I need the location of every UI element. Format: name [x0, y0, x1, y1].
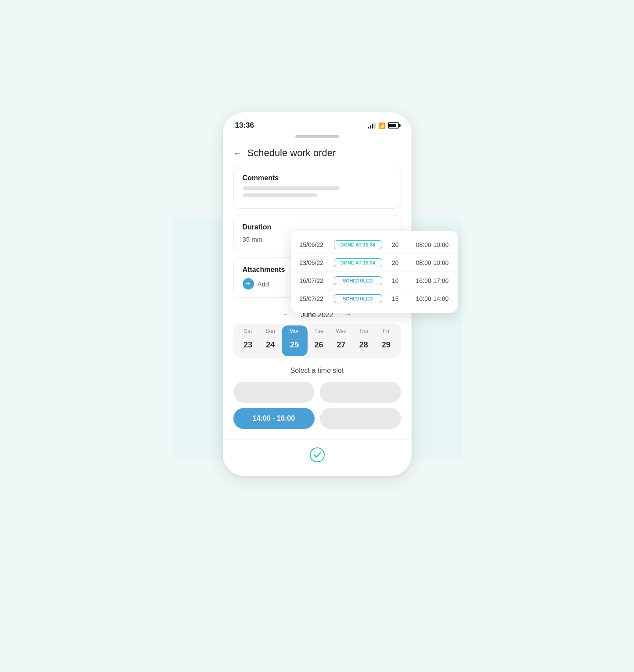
- popup-num-3: 10: [387, 277, 399, 284]
- day-wed[interactable]: Wed 27: [330, 328, 352, 354]
- status-badge-2: DONE AT 15:34: [334, 258, 382, 267]
- day-num-thu: 28: [355, 336, 373, 354]
- add-label: Add: [258, 280, 269, 288]
- status-icons: 📶: [368, 122, 399, 129]
- popup-time-2: 08:00-10:00: [403, 259, 449, 266]
- popup-row-4: 25/07/22 SCHEDULED 15 10:00-14:00: [291, 290, 458, 307]
- status-badge-1: DONE AT 15:34: [334, 240, 382, 249]
- popup-time-1: 08:00-10:00: [403, 241, 449, 248]
- day-sat[interactable]: Sat 23: [237, 328, 259, 354]
- day-thu[interactable]: Thu 28: [352, 328, 375, 354]
- wifi-icon: 📶: [378, 122, 385, 129]
- popup-time-3: 16:00-17:00: [403, 277, 449, 284]
- day-num-wed: 27: [333, 336, 350, 354]
- day-name-fri: Fri: [383, 328, 389, 334]
- calendar-days-row: Sat 23 Sun 24 Mon 25 Tue 26 Wed 27: [233, 324, 401, 358]
- day-name-wed: Wed: [336, 328, 346, 334]
- bg-decoration-left: [172, 218, 225, 459]
- day-num-sat: 23: [239, 336, 257, 354]
- comments-title: Comments: [243, 174, 392, 182]
- popup-row-3: 16/07/22 SCHEDULED 10 16:00-17:00: [291, 272, 458, 290]
- day-num-fri: 29: [377, 336, 395, 354]
- day-name-thu: Thu: [359, 328, 368, 334]
- scene: 13:36 📶 ← Schedule work order: [172, 95, 462, 577]
- popup-row-1: 15/06/22 DONE AT 15:34 20 08:00-10:00: [291, 236, 458, 254]
- popup-num-4: 15: [387, 295, 399, 302]
- confirm-icon[interactable]: [309, 447, 325, 463]
- comments-line-2: [243, 193, 317, 197]
- comments-line-1: [243, 186, 340, 190]
- calendar-prev-button[interactable]: ←: [282, 310, 290, 319]
- popup-num-1: 20: [387, 241, 399, 248]
- day-num-mon: 25: [286, 336, 303, 354]
- day-num-sun: 24: [261, 336, 279, 354]
- add-circle-icon: +: [243, 278, 254, 290]
- comments-card: Comments: [233, 166, 401, 209]
- popup-row-2: 23/06/22 DONE AT 15:34 20 08:00-10:00: [291, 254, 458, 272]
- day-name-tue: Tue: [314, 328, 323, 334]
- day-name-sun: Sun: [266, 328, 275, 334]
- page-title: Schedule work order: [247, 147, 336, 159]
- dynamic-island: [295, 135, 339, 138]
- day-name-sat: Sat: [244, 328, 252, 334]
- popup-date-1: 15/06/22: [300, 241, 330, 248]
- day-sun[interactable]: Sun 24: [259, 328, 282, 354]
- status-bar: 13:36 📶: [223, 112, 412, 135]
- popup-date-3: 16/07/22: [300, 277, 330, 284]
- bottom-bar: [223, 440, 412, 463]
- day-name-mon: Mon: [290, 328, 300, 334]
- calendar-section: ← June 2022 → Sat 23 Sun 24 Mon 25: [223, 304, 412, 429]
- svg-point-0: [310, 448, 324, 462]
- timeslot-2[interactable]: [320, 382, 401, 403]
- day-num-tue: 26: [310, 336, 327, 354]
- signal-icon: [368, 122, 376, 129]
- timeslot-1[interactable]: [233, 382, 315, 403]
- day-mon[interactable]: Mon 25: [282, 325, 308, 356]
- status-badge-3: SCHEDULED: [334, 276, 382, 285]
- duration-title: Duration: [243, 223, 392, 231]
- popup-card: 15/06/22 DONE AT 15:34 20 08:00-10:00 23…: [291, 231, 458, 313]
- status-time: 13:36: [235, 121, 254, 130]
- day-tue[interactable]: Tue 26: [308, 328, 330, 354]
- popup-date-4: 25/07/22: [300, 295, 330, 302]
- battery-icon: [388, 122, 399, 129]
- popup-num-2: 20: [387, 259, 399, 266]
- timeslot-label: Select a time slot: [233, 367, 401, 375]
- back-button[interactable]: ←: [233, 148, 242, 158]
- status-badge-4: SCHEDULED: [334, 294, 382, 303]
- timeslot-grid: 14:00 - 16:00: [233, 382, 401, 429]
- popup-date-2: 23/06/22: [300, 259, 330, 266]
- timeslot-active[interactable]: 14:00 - 16:00: [233, 408, 315, 429]
- day-fri[interactable]: Fri 29: [375, 328, 397, 354]
- page-header: ← Schedule work order: [223, 144, 412, 166]
- timeslot-4[interactable]: [320, 408, 401, 429]
- popup-time-4: 10:00-14:00: [403, 295, 449, 302]
